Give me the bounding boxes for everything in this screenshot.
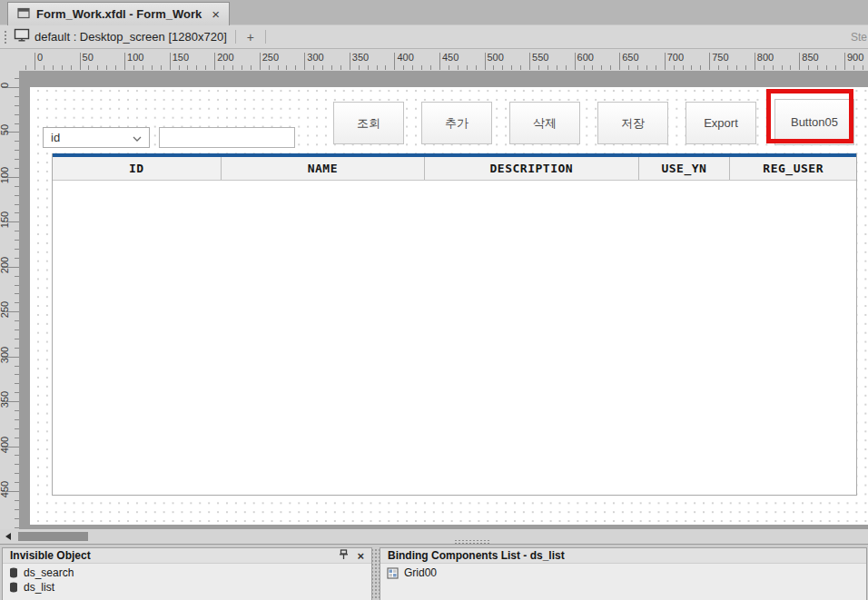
dataset-icon bbox=[9, 582, 18, 593]
scrollbar-thumb[interactable] bbox=[18, 532, 88, 541]
ruler-minor-tick bbox=[718, 65, 719, 70]
ruler-minor-tick bbox=[106, 65, 107, 70]
ruler-minor-tick bbox=[97, 65, 98, 70]
ruler-minor-tick bbox=[313, 65, 314, 70]
ruler-minor-tick bbox=[736, 65, 737, 70]
grid-column-header-description[interactable]: DESCRIPTION bbox=[425, 157, 638, 180]
ruler-major-tick bbox=[575, 53, 576, 70]
ruler-minor-tick bbox=[161, 65, 162, 70]
canvas-button-export[interactable]: Export bbox=[686, 102, 756, 144]
ruler-minor-tick bbox=[331, 65, 332, 70]
ruler-minor-tick bbox=[511, 65, 512, 70]
invisible-object-panel-title: Invisible Object bbox=[10, 549, 91, 562]
ruler-label: 550 bbox=[532, 52, 548, 63]
scroll-left-arrow-icon[interactable] bbox=[5, 533, 11, 540]
grid-column-header-name[interactable]: NAME bbox=[222, 157, 426, 180]
panel-close-icon[interactable]: × bbox=[357, 550, 364, 562]
ruler-label: 0 bbox=[0, 71, 10, 100]
canvas-button-조회[interactable]: 조회 bbox=[333, 102, 404, 144]
ruler-minor-tick bbox=[205, 65, 206, 70]
ruler-minor-tick bbox=[359, 65, 360, 70]
canvas-button-저장[interactable]: 저장 bbox=[597, 102, 668, 144]
ruler-minor-tick bbox=[133, 65, 134, 70]
grid-column-header-id[interactable]: ID bbox=[53, 157, 222, 180]
search-field-combobox[interactable]: id bbox=[43, 127, 150, 148]
ruler-major-tick bbox=[304, 53, 305, 70]
grid-icon bbox=[387, 567, 399, 579]
form-file-icon bbox=[17, 6, 30, 23]
canvas-button-삭제[interactable]: 삭제 bbox=[509, 102, 580, 144]
ruler-label: 250 bbox=[262, 52, 279, 63]
tab-title: Form_Work.xfdl - Form_Work bbox=[36, 7, 202, 21]
ruler-minor-tick bbox=[242, 65, 242, 70]
ruler-label: 0 bbox=[37, 52, 43, 63]
ruler-label: 600 bbox=[577, 52, 594, 63]
ruler-minor-tick bbox=[700, 65, 701, 70]
toolbar-separator bbox=[235, 30, 236, 44]
screen-selector-label[interactable]: default : Desktop_screen [1280x720] bbox=[35, 30, 227, 44]
add-screen-button[interactable]: + bbox=[244, 30, 257, 44]
ruler-minor-tick bbox=[502, 65, 503, 70]
ruler-label: 400 bbox=[0, 430, 10, 459]
binding-components-panel: Binding Components List - ds_list Grid00 bbox=[380, 547, 867, 600]
ruler-minor-tick bbox=[143, 65, 143, 70]
ruler-major-tick bbox=[394, 53, 395, 70]
toolbar-grip-handle[interactable] bbox=[4, 30, 7, 44]
grid-column-header-use_yn[interactable]: USE_YN bbox=[639, 157, 731, 180]
ruler-minor-tick bbox=[385, 65, 386, 70]
ruler-minor-tick bbox=[782, 65, 783, 70]
chevron-down-icon bbox=[133, 131, 142, 144]
ruler-minor-tick bbox=[826, 65, 827, 70]
pin-icon[interactable] bbox=[339, 549, 349, 563]
ruler-minor-tick bbox=[808, 65, 809, 70]
list-item-ds_list[interactable]: ds_list bbox=[3, 580, 371, 595]
ruler-label: 300 bbox=[307, 52, 323, 63]
ruler-label: 250 bbox=[0, 295, 10, 324]
dataset-icon bbox=[9, 567, 18, 578]
ruler-major-tick bbox=[619, 53, 620, 70]
ruler-minor-tick bbox=[601, 65, 602, 70]
horizontal-scrollbar[interactable] bbox=[0, 529, 868, 544]
ruler-minor-tick bbox=[683, 65, 684, 70]
grid-component-grid00[interactable]: IDNAMEDESCRIPTIONUSE_YNREG_USER bbox=[52, 153, 857, 496]
ruler-minor-tick bbox=[322, 65, 323, 70]
ruler-label: 50 bbox=[0, 115, 10, 144]
ruler-major-tick bbox=[485, 53, 486, 70]
ruler-minor-tick bbox=[152, 65, 153, 70]
ruler-label: 500 bbox=[488, 52, 504, 63]
grid-body[interactable] bbox=[53, 181, 856, 495]
tab-close-icon[interactable]: × bbox=[212, 7, 220, 21]
ruler-major-tick bbox=[124, 53, 125, 70]
grid-header-row: IDNAMEDESCRIPTIONUSE_YNREG_USER bbox=[53, 157, 856, 181]
design-viewport: id 조회추가삭제저장ExportButton05 IDNAMEDESCRIPT… bbox=[19, 71, 868, 529]
grid-column-header-reg_user[interactable]: REG_USER bbox=[730, 157, 856, 180]
ruler-minor-tick bbox=[566, 65, 567, 70]
ruler-major-tick bbox=[260, 53, 261, 70]
ruler-minor-tick bbox=[764, 65, 764, 70]
tab-form-work[interactable]: Form_Work.xfdl - Form_Work × bbox=[7, 2, 230, 25]
ruler-minor-tick bbox=[656, 65, 656, 70]
ruler-minor-tick bbox=[403, 65, 404, 70]
ruler-minor-tick bbox=[377, 65, 378, 70]
ruler-minor-tick bbox=[278, 65, 279, 70]
ruler-minor-tick bbox=[187, 65, 188, 70]
list-item-ds_search[interactable]: ds_search bbox=[3, 566, 371, 580]
nexacro-studio-window: Form_Work.xfdl - Form_Work × default : D… bbox=[0, 0, 868, 600]
ruler-minor-tick bbox=[745, 65, 746, 70]
invisible-object-panel: Invisible Object × ds_searchds_list bbox=[2, 547, 372, 600]
ruler-minor-tick bbox=[458, 65, 459, 70]
dock-splitter-handle[interactable] bbox=[454, 539, 490, 544]
binding-components-panel-titlebar: Binding Components List - ds_list bbox=[380, 548, 866, 564]
ruler-minor-tick bbox=[520, 65, 521, 70]
search-input[interactable] bbox=[159, 127, 295, 148]
monitor-icon bbox=[14, 28, 30, 45]
ruler-minor-tick bbox=[610, 65, 611, 70]
form-canvas[interactable]: id 조회추가삭제저장ExportButton05 IDNAMEDESCRIPT… bbox=[30, 87, 868, 525]
canvas-button-추가[interactable]: 추가 bbox=[421, 102, 492, 144]
list-item-grid00[interactable]: Grid00 bbox=[380, 566, 866, 580]
ruler-label: 450 bbox=[442, 52, 459, 63]
dock-vertical-splitter[interactable] bbox=[372, 547, 380, 600]
ruler-label: 100 bbox=[127, 52, 143, 63]
ruler-major-tick bbox=[755, 53, 755, 70]
ruler-minor-tick bbox=[421, 65, 422, 70]
